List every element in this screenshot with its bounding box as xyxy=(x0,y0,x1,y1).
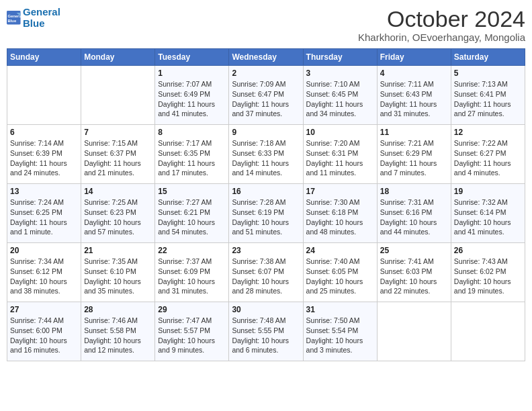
day-info: Sunrise: 7:41 AM Sunset: 6:03 PM Dayligh… xyxy=(380,257,448,296)
day-number: 21 xyxy=(84,246,152,255)
day-number: 15 xyxy=(158,187,226,196)
calendar-cell: 5Sunrise: 7:13 AM Sunset: 6:41 PM Daylig… xyxy=(451,66,525,125)
calendar-cell: 16Sunrise: 7:28 AM Sunset: 6:19 PM Dayli… xyxy=(229,184,303,243)
day-number: 29 xyxy=(158,305,226,314)
day-info: Sunrise: 7:27 AM Sunset: 6:21 PM Dayligh… xyxy=(158,197,226,237)
day-info: Sunrise: 7:21 AM Sunset: 6:29 PM Dayligh… xyxy=(380,138,448,178)
day-info: Sunrise: 7:11 AM Sunset: 6:43 PM Dayligh… xyxy=(380,79,448,119)
day-info: Sunrise: 7:38 AM Sunset: 6:07 PM Dayligh… xyxy=(232,257,300,296)
day-info: Sunrise: 7:31 AM Sunset: 6:16 PM Dayligh… xyxy=(380,197,448,237)
day-number: 25 xyxy=(380,246,448,255)
day-number: 17 xyxy=(306,187,374,196)
calendar-cell: 11Sunrise: 7:21 AM Sunset: 6:29 PM Dayli… xyxy=(377,125,451,184)
day-info: Sunrise: 7:35 AM Sunset: 6:10 PM Dayligh… xyxy=(84,257,152,296)
day-info: Sunrise: 7:34 AM Sunset: 6:12 PM Dayligh… xyxy=(10,257,78,296)
day-number: 14 xyxy=(84,187,152,196)
calendar-cell xyxy=(81,66,155,125)
calendar-cell: 28Sunrise: 7:46 AM Sunset: 5:58 PM Dayli… xyxy=(81,302,155,361)
day-info: Sunrise: 7:32 AM Sunset: 6:14 PM Dayligh… xyxy=(454,197,522,237)
calendar-cell: 31Sunrise: 7:50 AM Sunset: 5:54 PM Dayli… xyxy=(303,302,377,361)
calendar-cell: 8Sunrise: 7:17 AM Sunset: 6:35 PM Daylig… xyxy=(155,125,229,184)
calendar-cell: 24Sunrise: 7:40 AM Sunset: 6:05 PM Dayli… xyxy=(303,243,377,302)
day-info: Sunrise: 7:17 AM Sunset: 6:35 PM Dayligh… xyxy=(158,138,226,178)
day-number: 26 xyxy=(454,246,522,255)
day-number: 2 xyxy=(232,68,300,78)
calendar-week-row: 1Sunrise: 7:07 AM Sunset: 6:49 PM Daylig… xyxy=(7,66,525,125)
day-info: Sunrise: 7:20 AM Sunset: 6:31 PM Dayligh… xyxy=(306,138,374,178)
calendar-cell: 15Sunrise: 7:27 AM Sunset: 6:21 PM Dayli… xyxy=(155,184,229,243)
day-info: Sunrise: 7:28 AM Sunset: 6:19 PM Dayligh… xyxy=(232,197,300,237)
calendar-cell: 30Sunrise: 7:48 AM Sunset: 5:55 PM Dayli… xyxy=(229,302,303,361)
day-number: 23 xyxy=(232,246,300,255)
weekday-header-wednesday: Wednesday xyxy=(229,49,303,66)
day-info: Sunrise: 7:10 AM Sunset: 6:45 PM Dayligh… xyxy=(306,79,374,119)
calendar-cell: 29Sunrise: 7:47 AM Sunset: 5:57 PM Dayli… xyxy=(155,302,229,361)
calendar-cell xyxy=(451,302,525,361)
day-number: 24 xyxy=(306,246,374,255)
day-info: Sunrise: 7:14 AM Sunset: 6:39 PM Dayligh… xyxy=(10,138,78,178)
calendar-cell: 12Sunrise: 7:22 AM Sunset: 6:27 PM Dayli… xyxy=(451,125,525,184)
calendar-cell: 18Sunrise: 7:31 AM Sunset: 6:16 PM Dayli… xyxy=(377,184,451,243)
logo-icon: General Blue xyxy=(7,11,21,26)
day-info: Sunrise: 7:22 AM Sunset: 6:27 PM Dayligh… xyxy=(454,138,522,178)
calendar-cell: 14Sunrise: 7:25 AM Sunset: 6:23 PM Dayli… xyxy=(81,184,155,243)
day-number: 6 xyxy=(10,128,78,137)
calendar-cell: 6Sunrise: 7:14 AM Sunset: 6:39 PM Daylig… xyxy=(7,125,81,184)
weekday-header-tuesday: Tuesday xyxy=(155,49,229,66)
day-number: 1 xyxy=(158,68,226,78)
weekday-header-thursday: Thursday xyxy=(303,49,377,66)
logo-line2: Blue xyxy=(23,17,45,29)
day-number: 7 xyxy=(84,128,152,137)
weekday-header-row: SundayMondayTuesdayWednesdayThursdayFrid… xyxy=(7,49,525,66)
calendar-cell: 19Sunrise: 7:32 AM Sunset: 6:14 PM Dayli… xyxy=(451,184,525,243)
calendar-cell: 27Sunrise: 7:44 AM Sunset: 6:00 PM Dayli… xyxy=(7,302,81,361)
weekday-header-sunday: Sunday xyxy=(7,49,81,66)
calendar-cell: 17Sunrise: 7:30 AM Sunset: 6:18 PM Dayli… xyxy=(303,184,377,243)
day-number: 10 xyxy=(306,128,374,137)
day-number: 19 xyxy=(454,187,522,196)
day-number: 4 xyxy=(380,68,448,78)
month-title: October 2024 xyxy=(358,7,525,32)
calendar-cell: 25Sunrise: 7:41 AM Sunset: 6:03 PM Dayli… xyxy=(377,243,451,302)
calendar-cell xyxy=(377,302,451,361)
weekday-header-monday: Monday xyxy=(81,49,155,66)
day-number: 20 xyxy=(10,246,78,255)
day-info: Sunrise: 7:44 AM Sunset: 6:00 PM Dayligh… xyxy=(10,316,78,355)
day-number: 9 xyxy=(232,128,300,137)
day-info: Sunrise: 7:15 AM Sunset: 6:37 PM Dayligh… xyxy=(84,138,152,178)
day-number: 13 xyxy=(10,187,78,196)
calendar-cell: 3Sunrise: 7:10 AM Sunset: 6:45 PM Daylig… xyxy=(303,66,377,125)
day-info: Sunrise: 7:46 AM Sunset: 5:58 PM Dayligh… xyxy=(84,316,152,355)
calendar-cell: 23Sunrise: 7:38 AM Sunset: 6:07 PM Dayli… xyxy=(229,243,303,302)
day-number: 22 xyxy=(158,246,226,255)
calendar-cell: 26Sunrise: 7:43 AM Sunset: 6:02 PM Dayli… xyxy=(451,243,525,302)
calendar-cell: 4Sunrise: 7:11 AM Sunset: 6:43 PM Daylig… xyxy=(377,66,451,125)
day-info: Sunrise: 7:18 AM Sunset: 6:33 PM Dayligh… xyxy=(232,138,300,178)
day-info: Sunrise: 7:30 AM Sunset: 6:18 PM Dayligh… xyxy=(306,197,374,237)
location-subtitle: Kharkhorin, OEvoerhangay, Mongolia xyxy=(358,32,525,43)
day-number: 3 xyxy=(306,68,374,78)
day-info: Sunrise: 7:13 AM Sunset: 6:41 PM Dayligh… xyxy=(454,79,522,119)
logo: General Blue General Blue xyxy=(7,7,60,29)
calendar-week-row: 27Sunrise: 7:44 AM Sunset: 6:00 PM Dayli… xyxy=(7,302,525,361)
calendar-cell: 21Sunrise: 7:35 AM Sunset: 6:10 PM Dayli… xyxy=(81,243,155,302)
page-header: General Blue General Blue October 2024 K… xyxy=(7,7,525,43)
calendar-cell: 9Sunrise: 7:18 AM Sunset: 6:33 PM Daylig… xyxy=(229,125,303,184)
title-block: October 2024 Kharkhorin, OEvoerhangay, M… xyxy=(358,7,525,43)
day-number: 12 xyxy=(454,128,522,137)
day-number: 5 xyxy=(454,68,522,78)
day-info: Sunrise: 7:25 AM Sunset: 6:23 PM Dayligh… xyxy=(84,197,152,237)
day-number: 11 xyxy=(380,128,448,137)
day-info: Sunrise: 7:48 AM Sunset: 5:55 PM Dayligh… xyxy=(232,316,300,355)
calendar-cell: 7Sunrise: 7:15 AM Sunset: 6:37 PM Daylig… xyxy=(81,125,155,184)
calendar-table: SundayMondayTuesdayWednesdayThursdayFrid… xyxy=(7,48,525,361)
day-number: 8 xyxy=(158,128,226,137)
logo-line1: General xyxy=(23,6,60,17)
calendar-cell xyxy=(7,66,81,125)
day-info: Sunrise: 7:43 AM Sunset: 6:02 PM Dayligh… xyxy=(454,257,522,296)
calendar-week-row: 20Sunrise: 7:34 AM Sunset: 6:12 PM Dayli… xyxy=(7,243,525,302)
calendar-cell: 20Sunrise: 7:34 AM Sunset: 6:12 PM Dayli… xyxy=(7,243,81,302)
calendar-week-row: 6Sunrise: 7:14 AM Sunset: 6:39 PM Daylig… xyxy=(7,125,525,184)
day-number: 28 xyxy=(84,305,152,314)
day-info: Sunrise: 7:07 AM Sunset: 6:49 PM Dayligh… xyxy=(158,79,226,119)
